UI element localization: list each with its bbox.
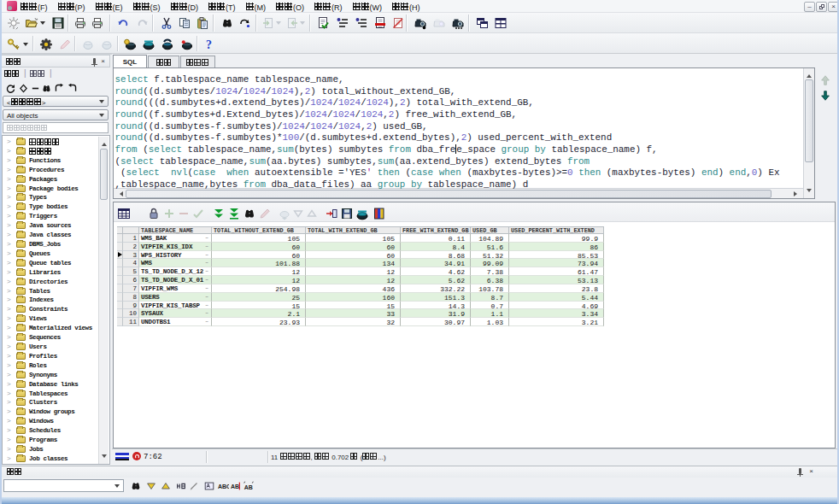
svg-text:AB: AB xyxy=(244,484,253,490)
svg-text:ABC: ABC xyxy=(218,483,229,489)
svg-text:?: ? xyxy=(206,38,212,51)
svg-text:AB: AB xyxy=(231,483,239,489)
